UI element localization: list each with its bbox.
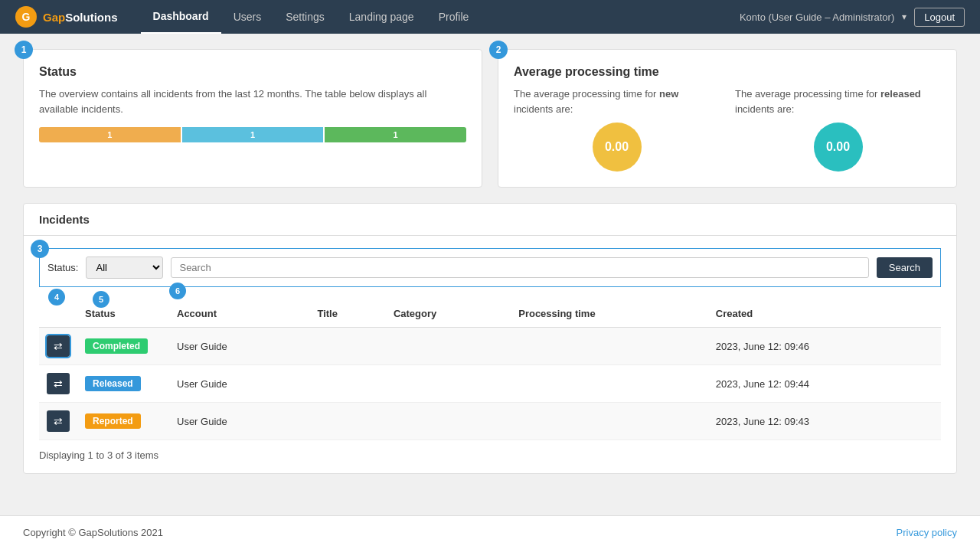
logo-icon: G: [15, 6, 37, 28]
step-badge-1: 1: [15, 41, 33, 59]
col-action: 4: [39, 299, 77, 328]
row-action-btn[interactable]: ⇄: [47, 373, 70, 394]
col-status: 5 Status: [77, 299, 169, 328]
avg-card-content: The average processing time for new inci…: [514, 87, 941, 172]
table-body: ⇄ Completed User Guide 2023, June 12: 09…: [39, 328, 941, 440]
footer: Copyright © GapSolutions 2021 Privacy po…: [0, 515, 980, 549]
avg-new-section: The average processing time for new inci…: [514, 87, 720, 172]
progress-bar: 1 1 1: [39, 127, 466, 142]
status-badge-released: Released: [85, 376, 141, 391]
status-card-desc: The overview contains all incidents from…: [39, 87, 466, 116]
row-status-cell: Reported: [77, 403, 169, 440]
logo: G GapSolutions: [15, 6, 118, 28]
status-card: 1 Status The overview contains all incid…: [23, 49, 482, 188]
table-header-row: 4 5 Status 6 Account: [39, 299, 941, 328]
filter-status-label: Status:: [47, 262, 78, 273]
row-title-cell: [309, 365, 385, 403]
logo-text: GapSolutions: [43, 11, 118, 24]
pb-seg-2: 1: [182, 127, 324, 142]
filter-row: 3 Status: All Completed Released Reporte…: [39, 248, 941, 287]
top-cards: 1 Status The overview contains all incid…: [23, 49, 957, 188]
col-title: Title: [309, 299, 385, 328]
filter-step-badge: 3: [31, 240, 49, 258]
table-row: ⇄ Completed User Guide 2023, June 12: 09…: [39, 328, 941, 365]
col-category: Category: [386, 299, 511, 328]
row-processing-cell: [511, 328, 708, 365]
nav-right: Konto (User Guide – Administrator) ▾ Log…: [740, 8, 965, 27]
row-title-cell: [309, 328, 385, 365]
table-row: ⇄ Reported User Guide 2023, June 12: 09:…: [39, 403, 941, 440]
nav-landing-page[interactable]: Landing page: [337, 0, 426, 34]
incidents-header: Incidents: [24, 204, 956, 236]
table-head: 4 5 Status 6 Account: [39, 299, 941, 328]
row-status-cell: Released: [77, 365, 169, 403]
col-account-label: Account: [177, 308, 217, 319]
nav-links: Dashboard Users Settings Landing page Pr…: [141, 0, 740, 34]
row-step-badge: 4: [48, 289, 65, 306]
nav-dashboard[interactable]: Dashboard: [141, 0, 221, 34]
main-content: 1 Status The overview contains all incid…: [0, 34, 980, 515]
filter-status-select[interactable]: All Completed Released Reported: [86, 257, 163, 279]
incidents-table: 4 5 Status 6 Account: [39, 299, 941, 440]
privacy-policy-link[interactable]: Privacy policy: [897, 527, 957, 538]
incidents-body: 3 Status: All Completed Released Reporte…: [24, 236, 956, 473]
col-status-label: Status: [85, 308, 116, 319]
row-account-cell: User Guide: [169, 365, 309, 403]
row-account-cell: User Guide: [169, 403, 309, 440]
avg-new-circle: 0.00: [593, 123, 642, 172]
avg-card-title: Average processing time: [514, 65, 941, 79]
avg-released-circle: 0.00: [814, 123, 863, 172]
col-processing-time: Processing time: [511, 299, 708, 328]
col-created: Created: [708, 299, 941, 328]
row-action-cell: ⇄: [39, 403, 77, 440]
status-badge-completed: Completed: [85, 338, 148, 354]
row-action-btn[interactable]: ⇄: [47, 335, 70, 357]
col-status-step-badge: 5: [93, 291, 109, 308]
avg-released-section: The average processing time for released…: [735, 87, 941, 172]
col-account-step-badge: 6: [169, 283, 186, 299]
col-account: 6 Account: [169, 299, 309, 328]
nav-profile[interactable]: Profile: [426, 0, 482, 34]
step-badge-2: 2: [489, 41, 508, 59]
avg-new-label: The average processing time for new inci…: [514, 87, 720, 116]
pb-seg-3: 1: [325, 127, 466, 142]
row-processing-cell: [511, 365, 708, 403]
pb-seg-1: 1: [39, 127, 181, 142]
status-badge-reported: Reported: [85, 413, 141, 429]
row-created-cell: 2023, June 12: 09:43: [708, 403, 941, 440]
row-title-cell: [309, 403, 385, 440]
status-card-title: Status: [39, 65, 466, 79]
row-status-cell: Completed: [77, 328, 169, 365]
search-button[interactable]: Search: [877, 257, 933, 278]
incidents-panel: Incidents 3 Status: All Completed Releas…: [23, 203, 957, 474]
row-category-cell: [386, 365, 511, 403]
row-created-cell: 2023, June 12: 09:44: [708, 365, 941, 403]
row-account-cell: User Guide: [169, 328, 309, 365]
nav-user: Konto (User Guide – Administrator): [740, 11, 894, 23]
logout-button[interactable]: Logout: [914, 8, 965, 27]
row-action-cell: ⇄: [39, 365, 77, 403]
avg-card: 2 Average processing time The average pr…: [498, 49, 957, 188]
search-input[interactable]: [171, 257, 868, 278]
row-action-cell: ⇄: [39, 328, 77, 365]
nav-users[interactable]: Users: [221, 0, 274, 34]
pagination-text: Displaying 1 to 3 of 3 items: [39, 449, 941, 461]
navbar: G GapSolutions Dashboard Users Settings …: [0, 0, 980, 34]
avg-released-label: The average processing time for released…: [735, 87, 941, 116]
nav-settings[interactable]: Settings: [273, 0, 337, 34]
table-row: ⇄ Released User Guide 2023, June 12: 09:…: [39, 365, 941, 403]
row-action-btn[interactable]: ⇄: [47, 410, 70, 432]
row-processing-cell: [511, 403, 708, 440]
copyright: Copyright © GapSolutions 2021: [23, 527, 163, 538]
row-category-cell: [386, 403, 511, 440]
row-category-cell: [386, 328, 511, 365]
row-created-cell: 2023, June 12: 09:46: [708, 328, 941, 365]
